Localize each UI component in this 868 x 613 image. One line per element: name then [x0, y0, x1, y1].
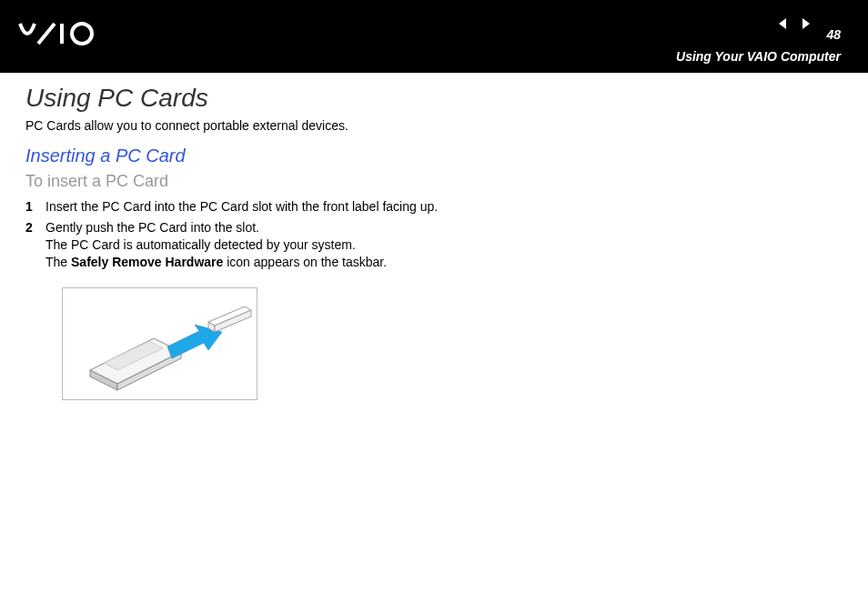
step-text: Gently push the PC Card into the slot. T… [45, 219, 843, 271]
heading-1: Using PC Cards [25, 84, 843, 113]
section-title: Using Your VAIO Computer [676, 49, 841, 64]
step-2: 2 Gently push the PC Card into the slot.… [25, 219, 843, 271]
next-page-arrow-icon[interactable] [799, 16, 813, 35]
step-number: 1 [25, 198, 45, 216]
nav-arrows [775, 16, 813, 35]
heading-2: Inserting a PC Card [25, 146, 843, 166]
pc-card-illustration [62, 287, 257, 400]
page-header: 48 Using Your VAIO Computer [0, 0, 868, 73]
step-1: 1 Insert the PC Card into the PC Card sl… [25, 198, 843, 216]
svg-marker-2 [779, 18, 786, 29]
svg-marker-11 [215, 310, 251, 332]
page-number: 48 [826, 27, 841, 42]
svg-marker-3 [802, 18, 810, 29]
step-text: Insert the PC Card into the PC Card slot… [45, 198, 843, 216]
page-content: Using PC Cards PC Cards allow you to con… [0, 73, 868, 411]
svg-rect-0 [60, 24, 64, 44]
heading-3: To insert a PC Card [25, 172, 843, 191]
intro-text: PC Cards allow you to connect portable e… [25, 118, 843, 133]
svg-point-1 [72, 24, 92, 44]
pc-card-icon [90, 338, 181, 390]
prev-page-arrow-icon[interactable] [775, 16, 790, 35]
vaio-logo [18, 20, 118, 54]
slot-icon [208, 306, 251, 332]
step-number: 2 [25, 219, 45, 271]
